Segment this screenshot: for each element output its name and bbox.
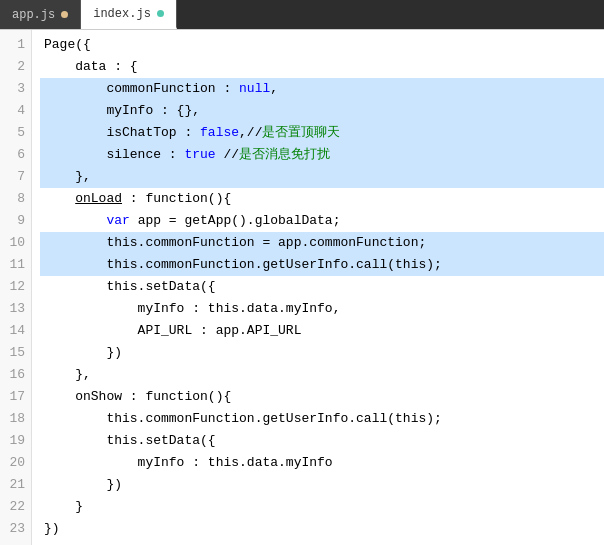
line-numbers: 1234567891011121314151617181920212223: [0, 30, 32, 545]
code-line-17: onShow : function(){: [40, 386, 604, 408]
line-number-6: 6: [0, 144, 25, 166]
tab-app-js-dot: [61, 11, 68, 18]
code-line-13: myInfo : this.data.myInfo,: [40, 298, 604, 320]
code-line-6: silence : true //是否消息免打扰: [40, 144, 604, 166]
line-number-13: 13: [0, 298, 25, 320]
code-line-16: },: [40, 364, 604, 386]
code-line-3: commonFunction : null,: [40, 78, 604, 100]
line-number-1: 1: [0, 34, 25, 56]
tab-bar: app.js index.js: [0, 0, 604, 30]
line-number-8: 8: [0, 188, 25, 210]
code-line-7: },: [40, 166, 604, 188]
code-line-14: API_URL : app.API_URL: [40, 320, 604, 342]
tab-app-js[interactable]: app.js: [0, 0, 81, 29]
code-line-9: var app = getApp().globalData;: [40, 210, 604, 232]
line-number-19: 19: [0, 430, 25, 452]
line-number-10: 10: [0, 232, 25, 254]
line-number-14: 14: [0, 320, 25, 342]
tab-index-js-dot: [157, 10, 164, 17]
line-number-18: 18: [0, 408, 25, 430]
line-number-12: 12: [0, 276, 25, 298]
code-line-2: data : {: [40, 56, 604, 78]
line-number-23: 23: [0, 518, 25, 540]
line-number-17: 17: [0, 386, 25, 408]
code-line-4: myInfo : {},: [40, 100, 604, 122]
code-content[interactable]: Page({ data : { commonFunction : null, m…: [32, 30, 604, 545]
line-number-20: 20: [0, 452, 25, 474]
code-line-5: isChatTop : false,//是否置顶聊天: [40, 122, 604, 144]
line-number-3: 3: [0, 78, 25, 100]
code-line-8: onLoad : function(){: [40, 188, 604, 210]
tab-index-js[interactable]: index.js: [81, 0, 177, 29]
code-line-18: this.commonFunction.getUserInfo.call(thi…: [40, 408, 604, 430]
line-number-16: 16: [0, 364, 25, 386]
line-number-2: 2: [0, 56, 25, 78]
tab-app-js-label: app.js: [12, 8, 55, 22]
line-number-22: 22: [0, 496, 25, 518]
code-line-15: }): [40, 342, 604, 364]
code-line-23: }): [40, 518, 604, 540]
code-line-12: this.setData({: [40, 276, 604, 298]
editor-container: app.js index.js 123456789101112131415161…: [0, 0, 604, 545]
code-line-1: Page({: [40, 34, 604, 56]
code-area: 1234567891011121314151617181920212223 Pa…: [0, 30, 604, 545]
code-line-20: myInfo : this.data.myInfo: [40, 452, 604, 474]
line-number-21: 21: [0, 474, 25, 496]
line-number-11: 11: [0, 254, 25, 276]
line-number-7: 7: [0, 166, 25, 188]
code-line-11: this.commonFunction.getUserInfo.call(thi…: [40, 254, 604, 276]
tab-index-js-label: index.js: [93, 7, 151, 21]
code-line-19: this.setData({: [40, 430, 604, 452]
line-number-15: 15: [0, 342, 25, 364]
code-line-21: }): [40, 474, 604, 496]
code-line-10: this.commonFunction = app.commonFunction…: [40, 232, 604, 254]
line-number-9: 9: [0, 210, 25, 232]
line-number-4: 4: [0, 100, 25, 122]
line-number-5: 5: [0, 122, 25, 144]
code-line-22: }: [40, 496, 604, 518]
